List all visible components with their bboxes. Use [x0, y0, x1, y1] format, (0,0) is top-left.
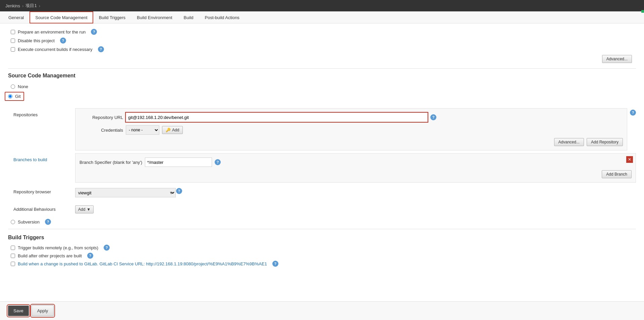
- add-branch-button[interactable]: Add Branch: [602, 170, 632, 178]
- repo-url-row: Repository URL ?: [79, 113, 623, 122]
- nav-project-link[interactable]: 项目1: [25, 3, 37, 9]
- advanced-button[interactable]: Advanced...: [602, 55, 632, 63]
- checkbox-row-2: Disable this project ?: [11, 38, 636, 44]
- tab-bar: General Source Code Management Build Tri…: [0, 11, 644, 23]
- trigger-gitlab-help-icon[interactable]: ?: [272, 261, 278, 267]
- tab-build-env[interactable]: Build Environment: [131, 11, 178, 23]
- build-triggers-title: Build Triggers: [8, 235, 636, 241]
- trigger-gitlab-label: Build when a change is pushed to GitLab.…: [18, 261, 267, 266]
- branch-specifier-row: Branch Specifier (blank for 'any') ?: [79, 157, 632, 167]
- credentials-add-button[interactable]: 🔑 Add: [162, 126, 183, 134]
- help-icon-2[interactable]: ?: [60, 38, 66, 44]
- additional-behaviours-label: Additional Behaviours: [8, 203, 75, 216]
- nav-sep1: ›: [22, 3, 23, 8]
- tab-general[interactable]: General: [3, 11, 30, 23]
- none-label: None: [18, 84, 28, 89]
- trigger-after-label: Build after other projects are built: [18, 253, 82, 258]
- subversion-row: Subversion ?: [8, 219, 636, 225]
- checkbox-row-3: Execute concurrent builds if necessary ?: [11, 46, 636, 52]
- prepare-env-label: Prepare an environment for the run: [18, 29, 86, 35]
- save-button[interactable]: Save: [8, 306, 29, 316]
- repositories-label: Repositories: [8, 108, 75, 150]
- trigger-row-2: Build after other projects are built ?: [8, 253, 636, 259]
- tab-post-build[interactable]: Post-build Actions: [199, 11, 245, 23]
- tab-build[interactable]: Build: [178, 11, 199, 23]
- apply-button[interactable]: Apply: [32, 305, 54, 316]
- additional-behaviours-content: Add ▼: [75, 203, 94, 216]
- repo-url-input[interactable]: [126, 113, 428, 122]
- nav-jenkins-link[interactable]: Jenkins: [5, 3, 20, 8]
- git-label: Git: [15, 94, 21, 99]
- repo-browser-help-icon[interactable]: ?: [176, 188, 182, 194]
- trigger-row-3: Build when a change is pushed to GitLab.…: [8, 261, 636, 267]
- subversion-help-icon[interactable]: ?: [45, 219, 51, 225]
- repo-actions: Advanced... Add Repository: [79, 138, 623, 146]
- bottom-bar: Save Apply: [0, 301, 644, 319]
- add-behaviour-label: Add: [78, 207, 85, 212]
- prepare-env-checkbox[interactable]: [11, 30, 15, 34]
- branch-specifier-label: Branch Specifier (blank for 'any'): [79, 160, 142, 165]
- status-indicator: [641, 10, 644, 13]
- concurrent-builds-checkbox[interactable]: [11, 47, 15, 52]
- repo-url-help-icon[interactable]: ?: [430, 114, 436, 120]
- concurrent-builds-label: Execute concurrent builds if necessary: [18, 47, 93, 52]
- key-icon: 🔑: [166, 128, 171, 132]
- additional-behaviours-section: Additional Behaviours Add ▼: [8, 203, 636, 216]
- branch-specifier-help-icon[interactable]: ?: [215, 159, 221, 165]
- repo-browser-select[interactable]: viewgit (Auto) gitiles github gitlab: [75, 188, 176, 197]
- main-content: Prepare an environment for the run ? Dis…: [0, 23, 644, 319]
- disable-project-checkbox[interactable]: [11, 39, 15, 43]
- trigger-remote-help-icon[interactable]: ?: [104, 245, 110, 251]
- advanced-btn-row: Advanced...: [8, 55, 636, 63]
- add-btn-label: Add: [172, 128, 179, 132]
- branches-content: ✕ Branch Specifier (blank for 'any') ? A…: [75, 153, 636, 183]
- none-radio-row: None: [8, 84, 636, 89]
- trigger-gitlab-checkbox[interactable]: [11, 262, 15, 266]
- trigger-remote-label: Trigger builds remotely (e.g., from scri…: [18, 245, 98, 250]
- credentials-row: Credentials - none - 🔑 Add: [79, 125, 623, 135]
- none-radio[interactable]: [11, 84, 15, 89]
- add-behaviour-button[interactable]: Add ▼: [75, 205, 94, 213]
- help-icon-1[interactable]: ?: [91, 29, 97, 35]
- repo-advanced-button[interactable]: Advanced...: [554, 138, 584, 146]
- trigger-remote-checkbox[interactable]: [11, 246, 15, 250]
- checkbox-row-1: Prepare an environment for the run ?: [11, 29, 636, 35]
- repo-browser-content: viewgit (Auto) gitiles github gitlab ▼: [75, 185, 173, 200]
- tab-build-triggers[interactable]: Build Triggers: [93, 11, 131, 23]
- top-nav: Jenkins › 项目1 ›: [0, 0, 644, 11]
- trigger-after-help-icon[interactable]: ?: [87, 253, 93, 259]
- credentials-select[interactable]: - none -: [126, 125, 159, 135]
- subversion-radio[interactable]: [11, 220, 15, 224]
- repo-browser-section: Repository browser viewgit (Auto) gitile…: [8, 185, 636, 200]
- branch-actions: Add Branch: [79, 170, 632, 178]
- git-radio[interactable]: [8, 94, 12, 99]
- repo-browser-label: Repository browser: [8, 185, 75, 198]
- repositories-section: Repositories Repository URL ? Credential…: [8, 108, 636, 150]
- branches-label: Branches to build: [8, 153, 75, 183]
- disable-project-label: Disable this project: [18, 38, 55, 43]
- repositories-help-icon[interactable]: ?: [630, 110, 636, 116]
- git-radio-row: Git: [5, 92, 24, 101]
- dropdown-arrow-icon: ▼: [87, 207, 91, 212]
- subversion-label: Subversion: [18, 219, 40, 225]
- scm-section-title: Source Code Management: [8, 73, 636, 79]
- trigger-row-1: Trigger builds remotely (e.g., from scri…: [8, 245, 636, 251]
- remove-branch-button[interactable]: ✕: [626, 156, 633, 163]
- repo-url-label: Repository URL: [79, 115, 123, 120]
- branch-specifier-input[interactable]: [145, 157, 212, 167]
- branches-section: Branches to build ✕ Branch Specifier (bl…: [8, 153, 636, 183]
- add-repository-button[interactable]: Add Repository: [587, 138, 623, 146]
- credentials-label: Credentials: [79, 128, 123, 133]
- repositories-content: Repository URL ? Credentials - none - 🔑 …: [75, 108, 627, 150]
- trigger-after-checkbox[interactable]: [11, 254, 15, 258]
- tab-scm[interactable]: Source Code Management: [30, 11, 93, 23]
- help-icon-3[interactable]: ?: [98, 46, 104, 52]
- nav-sep2: ›: [39, 3, 40, 8]
